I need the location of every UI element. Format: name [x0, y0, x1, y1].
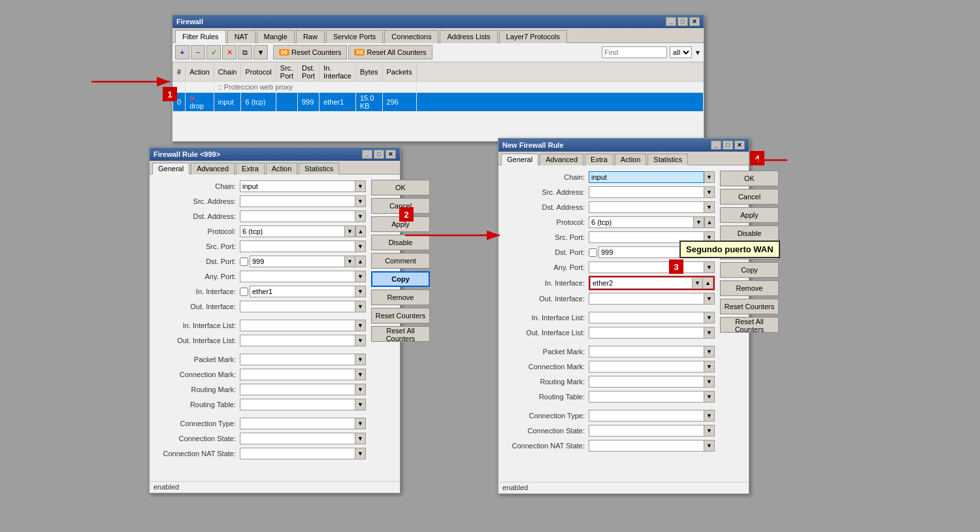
new-tab-advanced[interactable]: Advanced — [540, 154, 583, 165]
dst-port-checkbox[interactable] — [240, 258, 248, 266]
new-rule-close-button[interactable]: ✕ — [734, 141, 745, 150]
add-rule-button[interactable]: + — [175, 45, 189, 59]
packet-mark-input[interactable] — [240, 354, 355, 365]
reset-all-counters-button[interactable]: 00 Reset All Counters — [348, 45, 432, 59]
tab-advanced[interactable]: Advanced — [191, 163, 235, 175]
tab-service-ports[interactable]: Service Ports — [326, 30, 383, 43]
src-address-input[interactable] — [240, 195, 355, 207]
new-ok-button[interactable]: OK — [720, 171, 779, 186]
new-protocol-dropdown-btn[interactable]: ▼ — [694, 216, 704, 228]
new-src-address-input[interactable] — [589, 186, 704, 198]
find-filter-select[interactable]: all — [670, 46, 692, 58]
protocol-input[interactable] — [240, 225, 345, 237]
any-port-input[interactable] — [240, 271, 355, 282]
new-connection-state-dropdown-btn[interactable]: ▼ — [704, 425, 715, 437]
new-rule-minimize-button[interactable]: _ — [711, 141, 721, 150]
tab-nat[interactable]: NAT — [227, 30, 255, 43]
new-apply-button[interactable]: Apply — [720, 207, 779, 223]
new-rule-maximize-button[interactable]: □ — [723, 141, 733, 150]
new-copy-button[interactable]: Copy — [720, 262, 779, 278]
new-dst-address-dropdown-btn[interactable]: ▼ — [704, 201, 715, 213]
remove-button[interactable]: Remove — [371, 290, 430, 305]
out-interface-list-input[interactable] — [240, 335, 355, 346]
new-in-interface-list-input[interactable] — [589, 312, 704, 324]
new-in-interface-up-btn[interactable]: ▲ — [703, 277, 713, 289]
rule-close-button[interactable]: ✕ — [385, 150, 396, 159]
tab-general[interactable]: General — [152, 163, 189, 175]
new-out-interface-list-dropdown-btn[interactable]: ▼ — [704, 327, 715, 339]
new-any-port-dropdown-btn[interactable]: ▼ — [704, 261, 715, 273]
tab-mangle[interactable]: Mangle — [257, 30, 295, 43]
dst-address-input[interactable] — [240, 210, 355, 222]
table-row[interactable]: :: Proteccion web proxy — [173, 82, 704, 93]
connection-nat-state-input[interactable] — [240, 448, 355, 459]
new-connection-mark-dropdown-btn[interactable]: ▼ — [704, 361, 715, 373]
new-out-interface-input[interactable] — [589, 293, 704, 305]
out-interface-list-dropdown-btn[interactable]: ▼ — [355, 335, 366, 346]
disable-rule-button[interactable]: ✕ — [222, 45, 237, 59]
connection-mark-input[interactable] — [240, 369, 355, 380]
new-tab-general[interactable]: General — [501, 154, 538, 165]
connection-type-dropdown-btn[interactable]: ▼ — [355, 418, 366, 429]
tab-filter-rules[interactable]: Filter Rules — [175, 30, 226, 43]
filter-button[interactable]: ▼ — [253, 45, 268, 59]
find-input[interactable] — [602, 46, 667, 58]
new-out-interface-list-input[interactable] — [589, 327, 704, 339]
connection-type-input[interactable] — [240, 418, 355, 429]
out-interface-input[interactable] — [240, 301, 355, 312]
src-port-input[interactable] — [240, 241, 355, 252]
connection-nat-state-dropdown-btn[interactable]: ▼ — [355, 448, 366, 459]
new-dst-address-input[interactable] — [589, 201, 704, 213]
new-remove-button[interactable]: Remove — [720, 280, 779, 296]
ok-button[interactable]: OK — [371, 180, 430, 195]
tab-address-lists[interactable]: Address Lists — [440, 30, 497, 43]
new-protocol-input[interactable] — [589, 216, 694, 228]
new-connection-nat-state-input[interactable] — [589, 440, 704, 452]
new-connection-mark-input[interactable] — [589, 361, 704, 373]
chain-input[interactable] — [240, 180, 355, 192]
maximize-button[interactable]: □ — [678, 17, 688, 26]
new-dst-port-checkbox[interactable] — [589, 248, 597, 257]
routing-mark-input[interactable] — [240, 384, 355, 395]
routing-table-input[interactable] — [240, 399, 355, 410]
new-routing-table-input[interactable] — [589, 391, 704, 403]
in-interface-checkbox[interactable] — [240, 288, 248, 296]
dst-port-dropdown-btn[interactable]: ▼ — [345, 256, 355, 267]
new-src-address-dropdown-btn[interactable]: ▼ — [704, 186, 715, 198]
remove-rule-button[interactable]: − — [191, 45, 205, 59]
comment-button[interactable]: Comment — [371, 253, 430, 269]
tab-layer7[interactable]: Layer7 Protocols — [499, 30, 568, 43]
new-in-interface-list-dropdown-btn[interactable]: ▼ — [704, 312, 715, 324]
reset-counters-button[interactable]: 00 Reset Counters — [273, 45, 347, 59]
new-routing-mark-dropdown-btn[interactable]: ▼ — [704, 376, 715, 388]
dst-port-up-btn[interactable]: ▲ — [355, 256, 366, 267]
new-connection-type-input[interactable] — [589, 410, 704, 422]
new-packet-mark-input[interactable] — [589, 346, 704, 357]
reset-all-counters-btn[interactable]: Reset All Counters — [371, 326, 430, 342]
connection-state-input[interactable] — [240, 433, 355, 444]
in-interface-list-dropdown-btn[interactable]: ▼ — [355, 320, 366, 331]
enable-rule-button[interactable]: ✓ — [206, 45, 221, 59]
reset-counters-btn[interactable]: Reset Counters — [371, 308, 430, 324]
close-button[interactable]: ✕ — [689, 17, 700, 26]
connection-state-dropdown-btn[interactable]: ▼ — [355, 433, 366, 444]
new-chain-input[interactable] — [589, 171, 704, 183]
new-connection-state-input[interactable] — [589, 425, 704, 437]
new-tab-extra[interactable]: Extra — [585, 154, 613, 165]
new-tab-action[interactable]: Action — [615, 154, 647, 165]
rule-maximize-button[interactable]: □ — [374, 150, 384, 159]
new-tab-statistics[interactable]: Statistics — [647, 154, 688, 165]
packet-mark-dropdown-btn[interactable]: ▼ — [355, 354, 366, 365]
dst-address-dropdown-btn[interactable]: ▼ — [355, 210, 366, 222]
new-routing-table-dropdown-btn[interactable]: ▼ — [704, 391, 715, 403]
protocol-dropdown-btn[interactable]: ▼ — [345, 225, 355, 237]
new-out-interface-dropdown-btn[interactable]: ▼ — [704, 293, 715, 305]
chain-dropdown-btn[interactable]: ▼ — [355, 180, 366, 192]
new-any-port-input[interactable] — [589, 261, 704, 273]
in-interface-dropdown-btn[interactable]: ▼ — [355, 286, 366, 297]
routing-table-dropdown-btn[interactable]: ▼ — [355, 399, 366, 410]
new-in-interface-dropdown-btn[interactable]: ▼ — [693, 277, 703, 289]
tab-raw[interactable]: Raw — [296, 30, 325, 43]
dst-port-input[interactable] — [250, 256, 345, 267]
new-cancel-button[interactable]: Cancel — [720, 189, 779, 205]
